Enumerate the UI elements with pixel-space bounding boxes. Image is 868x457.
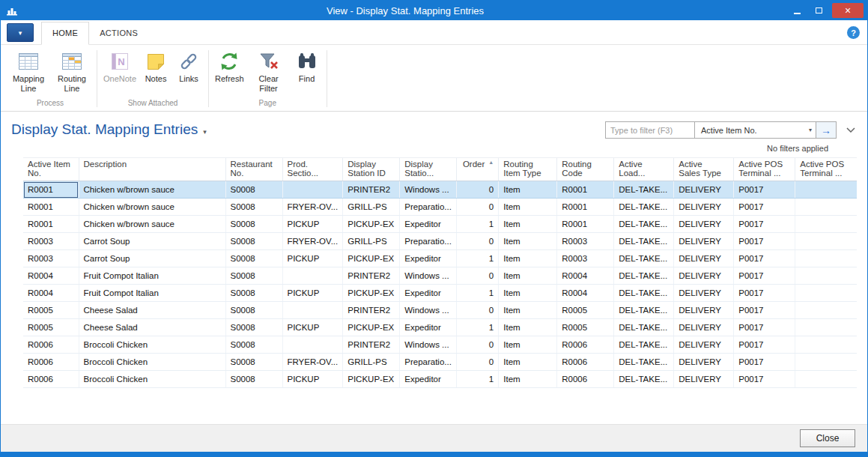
table-cell[interactable]: S0008: [225, 354, 282, 371]
table-cell[interactable]: PICKUP: [282, 250, 343, 267]
column-header[interactable]: Active Sales Type: [674, 158, 734, 181]
notes-button[interactable]: Notes: [139, 48, 172, 86]
table-cell[interactable]: P0017: [734, 199, 795, 216]
table-cell[interactable]: 0: [457, 302, 499, 319]
table-cell[interactable]: DELIVERY: [674, 371, 734, 388]
table-cell[interactable]: PICKUP: [282, 371, 343, 388]
table-cell[interactable]: S0008: [225, 285, 282, 302]
table-cell[interactable]: DEL-TAKE...: [614, 371, 674, 388]
table-cell[interactable]: 0: [457, 199, 499, 216]
table-cell[interactable]: Chicken w/brown sauce: [79, 181, 225, 199]
table-cell[interactable]: DELIVERY: [674, 199, 734, 216]
column-header[interactable]: Routing Item Type: [499, 158, 557, 181]
table-cell[interactable]: Preparatio...: [400, 199, 457, 216]
table-cell[interactable]: R0003: [23, 233, 79, 250]
table-cell[interactable]: FRYER-OV...: [282, 233, 343, 250]
table-cell[interactable]: P0017: [734, 233, 795, 250]
mapping-line-button[interactable]: Mapping Line: [7, 48, 50, 96]
table-row[interactable]: R0005Cheese SaladS0008PICKUPPICKUP-EXExp…: [23, 319, 857, 336]
table-cell[interactable]: Item: [499, 181, 557, 199]
table-row[interactable]: R0003Carrot SoupS0008FRYER-OV...GRILL-PS…: [23, 233, 857, 250]
table-cell[interactable]: 1: [457, 371, 499, 388]
table-cell[interactable]: 1: [457, 250, 499, 267]
column-header[interactable]: Active Load...: [614, 158, 674, 181]
column-header[interactable]: Description: [79, 158, 225, 181]
table-cell[interactable]: DELIVERY: [674, 181, 734, 199]
table-cell[interactable]: 1: [457, 285, 499, 302]
table-cell[interactable]: DELIVERY: [674, 233, 734, 250]
table-cell[interactable]: S0008: [225, 250, 282, 267]
table-cell[interactable]: R0003: [23, 250, 79, 267]
table-cell[interactable]: DELIVERY: [674, 285, 734, 302]
table-cell[interactable]: [282, 181, 343, 199]
table-cell[interactable]: Fruit Compot Italian: [79, 285, 225, 302]
table-cell[interactable]: DELIVERY: [674, 319, 734, 336]
table-row[interactable]: R0005Cheese SaladS0008PRINTER2Windows ..…: [23, 302, 857, 319]
table-cell[interactable]: Item: [499, 302, 557, 319]
table-cell[interactable]: Item: [499, 336, 557, 354]
collapse-filter-pane-button[interactable]: [846, 127, 855, 133]
filter-column-dropdown[interactable]: Active Item No. ▾: [695, 121, 816, 139]
table-cell[interactable]: P0017: [734, 302, 795, 319]
table-cell[interactable]: S0008: [225, 199, 282, 216]
table-cell[interactable]: P0017: [734, 319, 795, 336]
table-cell[interactable]: Windows ...: [400, 267, 457, 285]
table-cell[interactable]: PICKUP-EX: [343, 319, 400, 336]
table-cell[interactable]: DELIVERY: [674, 250, 734, 267]
table-cell[interactable]: Expeditor: [400, 371, 457, 388]
table-cell[interactable]: R0006: [23, 336, 79, 354]
table-cell[interactable]: PICKUP: [282, 216, 343, 233]
table-cell[interactable]: DEL-TAKE...: [614, 354, 674, 371]
maximize-button[interactable]: [808, 3, 830, 18]
table-cell[interactable]: DEL-TAKE...: [614, 216, 674, 233]
table-cell[interactable]: [795, 250, 857, 267]
table-cell[interactable]: DELIVERY: [674, 216, 734, 233]
table-row[interactable]: R0001Chicken w/brown sauceS0008PRINTER2W…: [23, 181, 857, 199]
table-cell[interactable]: R0001: [557, 216, 614, 233]
table-cell[interactable]: Item: [499, 233, 557, 250]
table-cell[interactable]: Item: [499, 216, 557, 233]
table-cell[interactable]: R0005: [557, 319, 614, 336]
column-header[interactable]: Display Statio...: [400, 158, 457, 181]
table-cell[interactable]: [795, 181, 857, 199]
table-cell[interactable]: [795, 233, 857, 250]
table-cell[interactable]: PICKUP-EX: [343, 285, 400, 302]
tab-actions[interactable]: ACTIONS: [89, 22, 148, 44]
table-cell[interactable]: Windows ...: [400, 336, 457, 354]
table-cell[interactable]: [795, 302, 857, 319]
table-cell[interactable]: [795, 336, 857, 354]
table-cell[interactable]: PRINTER2: [343, 302, 400, 319]
table-cell[interactable]: [795, 319, 857, 336]
table-cell[interactable]: 1: [457, 216, 499, 233]
table-cell[interactable]: S0008: [225, 302, 282, 319]
table-cell[interactable]: GRILL-PS: [343, 233, 400, 250]
table-cell[interactable]: S0008: [225, 267, 282, 285]
table-cell[interactable]: DEL-TAKE...: [614, 199, 674, 216]
clear-filter-button[interactable]: Clear Filter: [247, 48, 291, 96]
table-cell[interactable]: Item: [499, 250, 557, 267]
table-cell[interactable]: Chicken w/brown sauce: [79, 216, 225, 233]
table-cell[interactable]: GRILL-PS: [343, 199, 400, 216]
table-cell[interactable]: R0001: [23, 216, 79, 233]
table-cell[interactable]: R0004: [23, 285, 79, 302]
table-row[interactable]: R0004Fruit Compot ItalianS0008PRINTER2Wi…: [23, 267, 857, 285]
column-header[interactable]: Display Station ID: [343, 158, 400, 181]
table-cell[interactable]: [282, 267, 343, 285]
minimize-button[interactable]: [786, 3, 808, 18]
table-cell[interactable]: Item: [499, 354, 557, 371]
table-cell[interactable]: DEL-TAKE...: [614, 302, 674, 319]
table-cell[interactable]: Broccoli Chicken: [79, 354, 225, 371]
table-cell[interactable]: GRILL-PS: [343, 354, 400, 371]
table-cell[interactable]: DEL-TAKE...: [614, 336, 674, 354]
table-cell[interactable]: DEL-TAKE...: [614, 233, 674, 250]
table-cell[interactable]: P0017: [734, 216, 795, 233]
table-cell[interactable]: [795, 199, 857, 216]
table-cell[interactable]: P0017: [734, 371, 795, 388]
table-cell[interactable]: S0008: [225, 233, 282, 250]
table-cell[interactable]: 1: [457, 319, 499, 336]
application-menu-button[interactable]: ▾: [7, 23, 34, 42]
close-window-button[interactable]: ×: [832, 3, 864, 18]
table-cell[interactable]: DELIVERY: [674, 302, 734, 319]
table-cell[interactable]: Cheese Salad: [79, 302, 225, 319]
table-cell[interactable]: PICKUP-EX: [343, 250, 400, 267]
